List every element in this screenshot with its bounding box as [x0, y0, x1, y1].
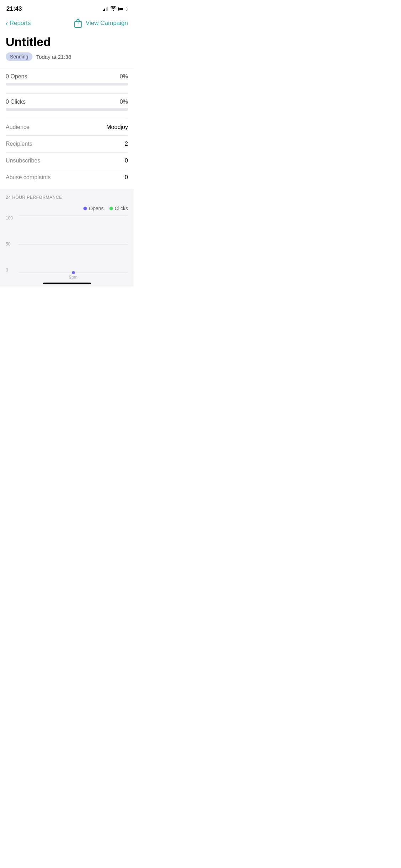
- opens-legend-label: Opens: [89, 206, 103, 211]
- back-label: Reports: [10, 20, 31, 27]
- opens-legend-dot: [83, 207, 87, 210]
- clicks-percent: 0%: [120, 99, 128, 105]
- legend-opens: Opens: [83, 206, 103, 211]
- chevron-left-icon: ‹: [6, 20, 8, 27]
- campaign-header: Untitled Sending Today at 21:38: [0, 35, 134, 61]
- opens-label: 0 Opens: [6, 73, 27, 80]
- signal-bar-1: [103, 10, 104, 11]
- wifi-icon: [110, 6, 116, 12]
- performance-title: 24 HOUR PERFORMANCE: [6, 195, 128, 200]
- view-campaign-button[interactable]: View Campaign: [73, 19, 128, 28]
- audience-value: Moodjoy: [107, 124, 128, 130]
- recipients-row: Recipients 2: [6, 136, 128, 153]
- y-label-0: 0: [6, 268, 16, 273]
- unsubscribes-label: Unsubscribes: [6, 157, 40, 164]
- unsubscribes-value: 0: [125, 157, 128, 164]
- info-section: Audience Moodjoy Recipients 2 Unsubscrib…: [0, 119, 134, 186]
- chart-container: 100 50 0 9pm: [6, 216, 128, 280]
- unsubscribes-row: Unsubscribes 0: [6, 153, 128, 169]
- x-label-9pm: 9pm: [69, 275, 77, 280]
- abuse-complaints-value: 0: [125, 174, 128, 181]
- chart-legend: Opens Clicks: [6, 206, 128, 211]
- chart-x-labels: 9pm: [19, 275, 128, 280]
- y-label-50: 50: [6, 242, 16, 247]
- performance-section: 24 HOUR PERFORMANCE Opens Clicks 100 50 …: [0, 189, 134, 280]
- home-bar: [43, 283, 91, 284]
- signal-bar-3: [106, 7, 107, 11]
- share-icon: [73, 19, 83, 28]
- clicks-stat-row: 0 Clicks 0%: [6, 94, 128, 119]
- abuse-complaints-label: Abuse complaints: [6, 174, 51, 181]
- clicks-legend-label: Clicks: [115, 206, 128, 211]
- grid-line-mid: [19, 244, 128, 244]
- view-campaign-label: View Campaign: [86, 20, 128, 27]
- campaign-title: Untitled: [6, 35, 128, 49]
- stats-section: 0 Opens 0% 0 Clicks 0%: [0, 68, 134, 119]
- opens-stat-row: 0 Opens 0%: [6, 68, 128, 93]
- opens-stat-header: 0 Opens 0%: [6, 73, 128, 80]
- signal-bars-icon: [103, 7, 109, 11]
- chart-y-labels: 100 50 0: [6, 216, 16, 280]
- abuse-complaints-row: Abuse complaints 0: [6, 169, 128, 186]
- grid-line-top: [19, 216, 128, 216]
- y-label-100: 100: [6, 216, 16, 221]
- nav-bar: ‹ Reports View Campaign: [0, 16, 134, 32]
- clicks-progress-track: [6, 108, 128, 111]
- recipients-label: Recipients: [6, 141, 32, 147]
- status-icons: [103, 6, 128, 12]
- signal-bar-2: [104, 9, 105, 11]
- clicks-legend-dot: [109, 207, 113, 210]
- recipients-value: 2: [125, 141, 128, 147]
- legend-clicks: Clicks: [109, 206, 128, 211]
- status-badge: Sending: [6, 52, 32, 61]
- back-button[interactable]: ‹ Reports: [6, 20, 31, 27]
- home-indicator: [0, 280, 134, 286]
- opens-percent: 0%: [120, 73, 128, 80]
- battery-icon: [118, 7, 127, 11]
- opens-progress-track: [6, 83, 128, 86]
- campaign-meta: Sending Today at 21:38: [6, 52, 128, 61]
- chart-area: [19, 216, 128, 273]
- campaign-timestamp: Today at 21:38: [36, 54, 71, 60]
- data-dot-opens-9pm: [72, 271, 75, 274]
- signal-bar-4: [107, 7, 108, 11]
- clicks-label: 0 Clicks: [6, 99, 26, 105]
- status-time: 21:43: [6, 5, 22, 12]
- status-bar: 21:43: [0, 0, 134, 16]
- audience-row: Audience Moodjoy: [6, 119, 128, 136]
- battery-fill: [119, 8, 123, 10]
- clicks-stat-header: 0 Clicks 0%: [6, 99, 128, 105]
- audience-label: Audience: [6, 124, 30, 130]
